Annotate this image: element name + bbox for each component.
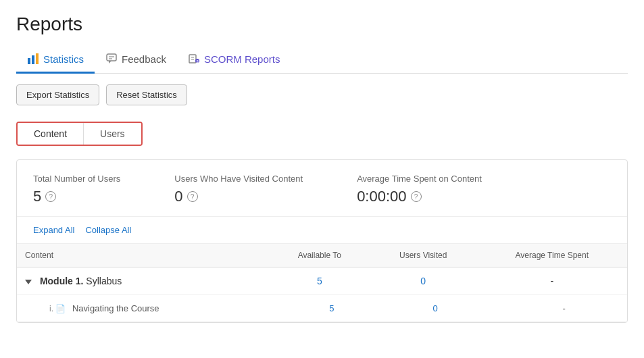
svg-rect-7 [189, 55, 196, 63]
module-rest-label: Syllabus [83, 276, 122, 286]
stats-row: Total Number of Users 5 ? Users Who Have… [17, 160, 627, 217]
sub-tab-content[interactable]: Content [18, 123, 84, 145]
visited-help-icon[interactable]: ? [187, 191, 198, 202]
sub-item-label: Navigating the Course [72, 303, 159, 313]
stat-avg-time: Average Time Spent on Content 0:00:00 ? [357, 174, 482, 205]
stat-total-users-value: 5 ? [33, 188, 120, 205]
sub-available-link[interactable]: 5 [329, 303, 334, 313]
expand-all-button[interactable]: Expand All [33, 225, 74, 235]
col-avg-time: Average Time Spent [477, 244, 627, 267]
sub-available-to: 5 [270, 295, 370, 322]
main-tabs: Statistics Feedback S [16, 47, 628, 74]
svg-rect-0 [28, 58, 30, 64]
svg-rect-3 [107, 54, 116, 61]
stat-total-users-label: Total Number of Users [33, 174, 120, 184]
action-buttons-row: Export Statistics Reset Statistics [16, 84, 628, 105]
export-statistics-button[interactable]: Export Statistics [16, 84, 99, 105]
stat-total-users: Total Number of Users 5 ? [33, 174, 120, 205]
sub-users-visited: 0 [370, 295, 477, 322]
stat-visited-label: Users Who Have Visited Content [174, 174, 303, 184]
module-bold-label: Module 1. [40, 276, 84, 286]
sub-name-cell: i. 📄 Navigating the Course [17, 295, 270, 322]
avg-time-help-icon[interactable]: ? [411, 191, 422, 202]
reset-statistics-button[interactable]: Reset Statistics [106, 84, 187, 105]
sub-tabs: Content Users [16, 122, 143, 146]
module-name-cell: Module 1. Syllabus [17, 267, 270, 295]
tab-statistics[interactable]: Statistics [16, 47, 95, 74]
sub-tab-users[interactable]: Users [84, 123, 141, 145]
tab-feedback-label: Feedback [122, 53, 166, 65]
tab-feedback[interactable]: Feedback [95, 47, 177, 74]
expand-collapse-row: Expand All Collapse All [17, 217, 627, 244]
stat-visited-content: Users Who Have Visited Content 0 ? [174, 174, 303, 205]
stat-avg-time-value: 0:00:00 ? [357, 188, 482, 205]
sub-item-icon: i. 📄 [49, 304, 66, 313]
content-table: Content Available To Users Visited Avera… [17, 244, 627, 322]
bar-chart-icon [27, 53, 39, 65]
total-users-help-icon[interactable]: ? [45, 191, 56, 202]
table-row: Module 1. Syllabus 5 0 - [17, 267, 627, 295]
module-avg-time: - [477, 267, 627, 295]
module-visited-link[interactable]: 0 [420, 276, 426, 286]
chevron-down-icon[interactable] [25, 280, 32, 284]
module-users-visited: 0 [370, 267, 477, 295]
col-content: Content [17, 244, 270, 267]
svg-rect-1 [32, 55, 34, 64]
col-available-to: Available To [270, 244, 370, 267]
tab-scorm[interactable]: S SCORM Reports [177, 47, 291, 74]
page-title: Reports [16, 14, 628, 35]
table-row: i. 📄 Navigating the Course 5 0 - [17, 295, 627, 322]
col-users-visited: Users Visited [370, 244, 477, 267]
sub-avg-time: - [477, 295, 627, 322]
sub-visited-link[interactable]: 0 [433, 303, 438, 313]
stats-section: Total Number of Users 5 ? Users Who Have… [16, 159, 628, 323]
stat-visited-value: 0 ? [174, 188, 303, 205]
stat-avg-time-label: Average Time Spent on Content [357, 174, 482, 184]
scorm-icon: S [188, 53, 200, 65]
module-available-to: 5 [270, 267, 370, 295]
tab-scorm-label: SCORM Reports [204, 53, 280, 65]
feedback-icon [105, 53, 118, 65]
module-available-link[interactable]: 5 [317, 276, 322, 286]
svg-rect-2 [36, 53, 39, 64]
collapse-all-button[interactable]: Collapse All [85, 225, 131, 235]
tab-statistics-label: Statistics [43, 53, 84, 65]
svg-marker-6 [109, 61, 112, 63]
table-header-row: Content Available To Users Visited Avera… [17, 244, 627, 267]
